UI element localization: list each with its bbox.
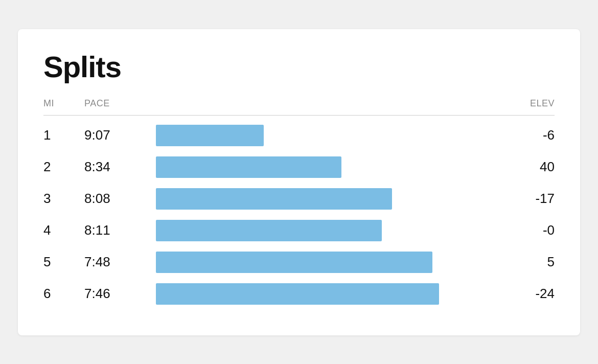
cell-mi-5: 5 [43, 254, 84, 270]
table-row: 3 8:08 -17 [43, 183, 555, 215]
table-row: 6 7:46 -24 [43, 278, 555, 310]
cell-pace-1: 9:07 [84, 127, 156, 143]
col-pace: PACE [84, 98, 156, 109]
table-row: 5 7:48 5 [43, 246, 555, 278]
table-row: 1 9:07 -6 [43, 120, 555, 151]
cell-elev-5: 5 [503, 254, 555, 270]
bar-1 [156, 125, 264, 146]
table-row: 2 8:34 40 [43, 151, 555, 183]
cell-bar-6 [156, 283, 503, 305]
cell-bar-3 [156, 188, 503, 210]
table-header: MI PACE ELEV [43, 98, 555, 116]
cell-mi-6: 6 [43, 286, 84, 302]
cell-pace-3: 8:08 [84, 191, 156, 207]
cell-elev-6: -24 [503, 286, 555, 302]
page-title: Splits [43, 50, 555, 84]
col-mi: MI [43, 98, 84, 109]
cell-elev-1: -6 [503, 127, 555, 143]
cell-mi-4: 4 [43, 222, 84, 238]
cell-elev-4: -0 [503, 222, 555, 238]
bar-6 [156, 283, 439, 305]
cell-mi-3: 3 [43, 191, 84, 207]
splits-table: 1 9:07 -6 2 8:34 40 3 8:08 -17 4 8:11 [43, 120, 555, 310]
cell-mi-2: 2 [43, 159, 84, 175]
bar-4 [156, 220, 382, 241]
cell-bar-4 [156, 220, 503, 241]
cell-elev-2: 40 [503, 159, 555, 175]
cell-mi-1: 1 [43, 127, 84, 143]
cell-elev-3: -17 [503, 191, 555, 207]
cell-pace-5: 7:48 [84, 254, 156, 270]
table-row: 4 8:11 -0 [43, 215, 555, 246]
cell-bar-1 [156, 125, 503, 146]
cell-pace-6: 7:46 [84, 286, 156, 302]
bar-5 [156, 252, 432, 273]
cell-bar-2 [156, 156, 503, 178]
bar-3 [156, 188, 392, 210]
cell-bar-5 [156, 252, 503, 273]
col-bar-spacer [156, 98, 503, 109]
splits-card: Splits MI PACE ELEV 1 9:07 -6 2 8:34 40 … [18, 29, 580, 335]
cell-pace-2: 8:34 [84, 159, 156, 175]
col-elev: ELEV [503, 98, 555, 109]
cell-pace-4: 8:11 [84, 222, 156, 238]
bar-2 [156, 156, 341, 178]
